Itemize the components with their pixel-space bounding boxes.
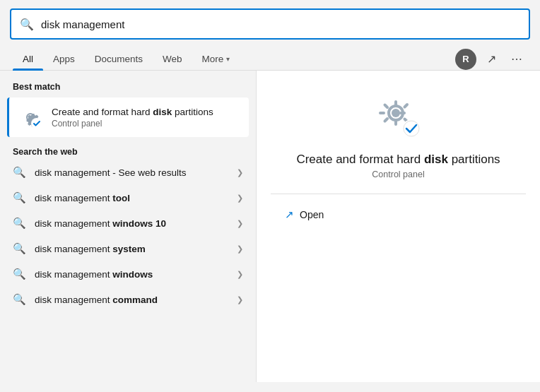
result-text: disk management windows <box>35 269 228 280</box>
chevron-right-icon: ❯ <box>237 270 243 279</box>
tabs-bar: All Apps Documents Web More ▾ R ↗ ⋯ <box>0 48 540 71</box>
search-icon: 🔍 <box>20 18 34 31</box>
search-icon: 🔍 <box>13 293 26 306</box>
tab-documents[interactable]: Documents <box>85 48 153 70</box>
svg-point-2 <box>392 109 400 117</box>
detail-subtitle: Control panel <box>372 170 424 179</box>
list-item[interactable]: 🔍 disk management system ❯ <box>0 236 256 261</box>
search-input[interactable] <box>41 18 520 30</box>
list-item[interactable]: 🔍 disk management command ❯ <box>0 287 256 312</box>
tab-all[interactable]: All <box>13 48 43 70</box>
best-match-app-icon <box>18 105 43 130</box>
left-panel: Best match Create and format hard disk p… <box>0 71 256 382</box>
chevron-right-icon: ❯ <box>237 194 243 203</box>
search-icon: 🔍 <box>13 268 26 280</box>
result-text: disk management command <box>35 295 228 305</box>
share-icon[interactable]: ↗ <box>481 49 502 70</box>
best-match-subtitle: Control panel <box>52 119 213 129</box>
detail-title: Create and format hard disk partitions <box>296 153 500 167</box>
best-match-label: Best match <box>0 82 256 97</box>
detail-app-icon <box>370 92 427 141</box>
search-icon: 🔍 <box>13 166 26 179</box>
search-icon: 🔍 <box>13 191 26 204</box>
list-item[interactable]: 🔍 disk management tool ❯ <box>0 185 256 210</box>
chevron-right-icon: ❯ <box>237 219 243 228</box>
main-content: Best match Create and format hard disk p… <box>0 71 540 382</box>
tabs-right-actions: R ↗ ⋯ <box>455 49 527 70</box>
detail-panel: Create and format hard disk partitions C… <box>256 71 540 382</box>
search-web-label: Search the web <box>0 137 256 160</box>
list-item[interactable]: 🔍 disk management windows 10 ❯ <box>0 210 256 236</box>
result-text: disk management tool <box>35 193 228 203</box>
search-icon: 🔍 <box>13 217 26 230</box>
chevron-right-icon: ❯ <box>237 244 243 254</box>
list-item[interactable]: 🔍 disk management - See web results ❯ <box>0 160 256 185</box>
result-text: disk management windows 10 <box>35 218 228 229</box>
result-text: disk management - See web results <box>35 167 228 178</box>
best-match-text: Create and format hard disk partitions C… <box>52 106 213 129</box>
chevron-right-icon: ❯ <box>237 168 243 177</box>
open-label: Open <box>300 209 324 220</box>
divider <box>271 194 526 194</box>
result-text: disk management system <box>35 244 228 254</box>
more-options-icon[interactable]: ⋯ <box>506 49 527 70</box>
best-match-item[interactable]: Create and format hard disk partitions C… <box>7 97 249 137</box>
open-external-icon: ↗ <box>285 208 294 221</box>
search-icon: 🔍 <box>13 242 26 255</box>
tab-web[interactable]: Web <box>153 48 192 70</box>
list-item[interactable]: 🔍 disk management windows ❯ <box>0 261 256 287</box>
tab-more[interactable]: More ▾ <box>192 48 240 70</box>
search-bar: 🔍 <box>10 8 530 40</box>
best-match-title: Create and format hard disk partitions <box>52 106 213 119</box>
tab-apps[interactable]: Apps <box>43 48 85 70</box>
chevron-down-icon: ▾ <box>226 55 230 63</box>
user-avatar[interactable]: R <box>455 49 476 70</box>
chevron-right-icon: ❯ <box>237 295 243 304</box>
open-button[interactable]: ↗ Open <box>278 204 331 225</box>
